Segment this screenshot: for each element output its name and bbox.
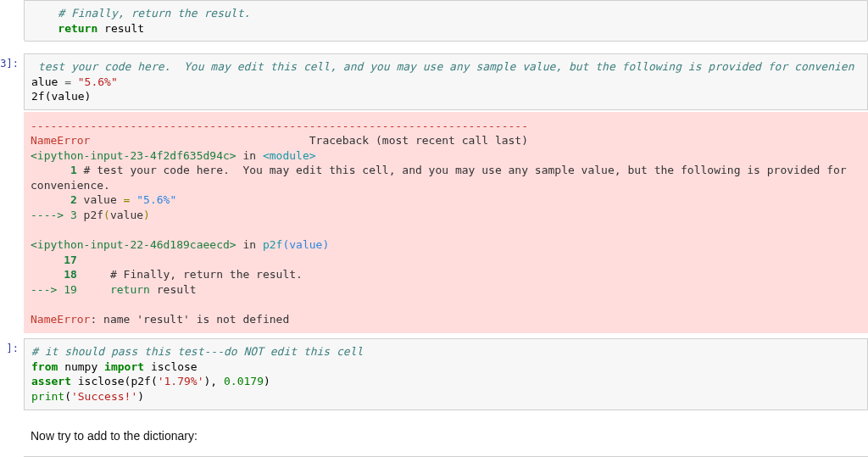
code-cell: 3]: test your code here. You may edit th… bbox=[0, 53, 868, 110]
markdown-text: Now try to add to the dictionary: bbox=[24, 422, 868, 451]
code-area[interactable]: # it should pass this test---do NOT edit… bbox=[24, 338, 868, 410]
error-output: ----------------------------------------… bbox=[24, 110, 868, 334]
notebook: # Finally, return the result. return res… bbox=[0, 0, 868, 457]
prompt-label: ]: bbox=[0, 338, 24, 410]
code-area[interactable]: # Finally, return the result. return res… bbox=[24, 0, 868, 42]
error-output-cell: ----------------------------------------… bbox=[0, 110, 868, 334]
code-cell: ]: # it should pass this test---do NOT e… bbox=[0, 338, 868, 410]
code-area[interactable]: test your code here. You may edit this c… bbox=[24, 53, 868, 110]
prompt-label bbox=[0, 110, 24, 334]
prompt-label bbox=[0, 422, 24, 451]
prompt-label bbox=[0, 0, 24, 42]
prompt-label: 3]: bbox=[0, 53, 24, 110]
code-cell: # Finally, return the result. return res… bbox=[0, 0, 868, 42]
markdown-cell: Now try to add to the dictionary: bbox=[0, 422, 868, 451]
